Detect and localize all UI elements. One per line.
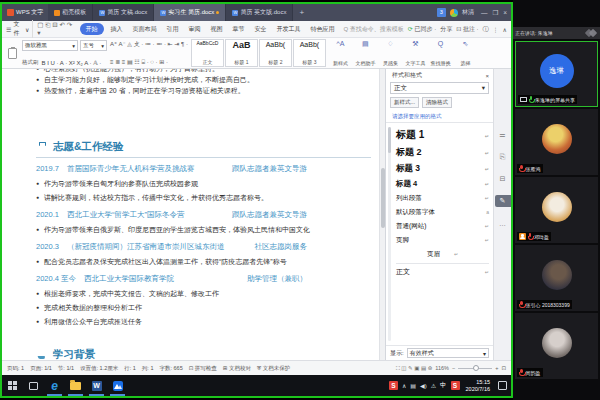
- style-item-heading2[interactable]: 标题 2↵: [396, 144, 489, 161]
- document-scrollbar[interactable]: [379, 69, 385, 360]
- zoom-in-button[interactable]: +: [495, 365, 498, 371]
- input-method-indicator[interactable]: 中: [440, 381, 447, 390]
- style-item-body[interactable]: 正文↵: [396, 263, 489, 277]
- start-button[interactable]: [2, 375, 23, 396]
- zoom-out-button[interactable]: −: [452, 365, 455, 371]
- style-item-list-paragraph[interactable]: 列出段落↵: [396, 191, 489, 205]
- participant-tile-sharing[interactable]: 逸琳 朱逸琳的屏幕共享: [515, 41, 598, 107]
- fullscreen-icon[interactable]: ⊡: [501, 365, 506, 371]
- explorer-taskbar-button[interactable]: [65, 375, 86, 396]
- help-icon[interactable]: ⓘ: [483, 25, 489, 34]
- doc-tab-resume-draft[interactable]: W 简历 文稿.docx: [93, 4, 154, 21]
- document-page[interactable]: ●心理素质好（抗压能力强），有行动力；为了目标坚持。 ●自主学习能力良好，能够制…: [2, 69, 379, 360]
- view-mode-buttons[interactable]: ⛶ ◫ ✎ ▣ ▤ ⊜: [396, 365, 432, 372]
- style-item-heading4[interactable]: 标题 4↵: [396, 177, 489, 191]
- styles-scrollbar[interactable]: [388, 127, 391, 341]
- ribbon-tab-section[interactable]: 章节: [230, 24, 248, 35]
- ribbon-tab-page-layout[interactable]: 页面布局: [130, 24, 160, 35]
- font-size-select[interactable]: 五号▾: [80, 40, 107, 51]
- doc-tab-resume-english[interactable]: W 简历 英文版.docx: [226, 4, 293, 21]
- restore-button[interactable]: ❐: [492, 9, 498, 17]
- spell-check-button[interactable]: ⊡ 拼写检查: [189, 365, 217, 372]
- font-scale-buttons[interactable]: A⁺ A⁻ ◬ 攴 · ≔ · ≕ · ⇤ ⇥ ¶ ·: [110, 40, 188, 49]
- style-item-default-font[interactable]: 默认段落字体a: [396, 205, 489, 219]
- volume-icon[interactable]: ◀): [420, 382, 427, 389]
- font-name-select[interactable]: 微软雅黑▾: [22, 40, 78, 51]
- user-avatar[interactable]: [450, 9, 458, 17]
- current-style-box[interactable]: 正文▾: [390, 82, 489, 94]
- layout-icon[interactable]: ⊟: [497, 173, 509, 185]
- style-item-heading3[interactable]: 标题 3↵: [396, 161, 489, 177]
- participant-tile[interactable]: 周韵盈: [515, 313, 598, 379]
- quick-access-toolbar[interactable]: ▢ ⎗ ⊟ ↶ ↷ ▾: [37, 21, 75, 37]
- inspiration-button[interactable]: ♢灵感集: [379, 39, 402, 67]
- zoom-slider[interactable]: [458, 368, 492, 369]
- ribbon-tab-security[interactable]: 安全: [252, 24, 270, 35]
- show-styles-select[interactable]: 有效样式▾: [407, 348, 489, 358]
- zoom-level[interactable]: 116%: [435, 365, 449, 371]
- command-search-input[interactable]: Q 查找命令、搜索模板: [344, 25, 404, 34]
- new-tab-button[interactable]: +: [293, 4, 310, 21]
- style-item-heading1[interactable]: 标题 1↵: [396, 126, 489, 144]
- ribbon-tab-review[interactable]: 审阅: [186, 24, 204, 35]
- task-view-button[interactable]: [23, 375, 44, 396]
- export-icon[interactable]: ⎘: [497, 151, 509, 163]
- doc-tab-templates[interactable]: 稻壳模板: [48, 4, 93, 21]
- style-heading2[interactable]: AaBb( 标题 2: [259, 39, 292, 67]
- participant-tile[interactable]: 张雁鸿: [515, 109, 598, 175]
- style-item-header[interactable]: 页眉↵: [396, 247, 489, 261]
- doc-assistant-button[interactable]: ▤文档助手: [354, 39, 377, 67]
- ribbon-tab-references[interactable]: 引用: [164, 24, 182, 35]
- taskbar-clock[interactable]: 15:15 2020/7/16: [464, 379, 492, 392]
- word-taskbar-button[interactable]: W: [86, 375, 107, 396]
- tray-folder-icon[interactable]: ▤: [410, 382, 416, 389]
- edge-taskbar-button[interactable]: e: [44, 375, 65, 396]
- scrollbar-thumb[interactable]: [381, 168, 385, 228]
- styles-toggle-icon[interactable]: ✎: [495, 195, 511, 207]
- meeting-taskbar-button[interactable]: [107, 375, 128, 396]
- style-heading1[interactable]: AaB 标题 1: [225, 39, 258, 67]
- style-heading3[interactable]: AaBb( 标题 3: [293, 39, 326, 67]
- clear-format-button[interactable]: 清除格式: [422, 97, 452, 108]
- tray-s-app-icon[interactable]: S: [451, 381, 460, 390]
- new-style-panel-button[interactable]: 新样式...: [390, 97, 419, 108]
- ribbon-tab-special-apps[interactable]: 特色应用: [308, 24, 338, 35]
- char-format-buttons[interactable]: B I U · A · X² X₂ A · 𝔸 ·: [42, 59, 102, 66]
- share-button[interactable]: 分享: [440, 25, 452, 34]
- panel-close-icon[interactable]: ×: [485, 73, 489, 79]
- find-replace-button[interactable]: Q查找替换: [429, 39, 452, 67]
- zoom-slider-knob[interactable]: [473, 365, 479, 371]
- file-menu-button[interactable]: ☰ 文件 ∨: [6, 20, 33, 38]
- text-tools-button[interactable]: ⚒文字工具: [404, 39, 427, 67]
- ribbon-tab-insert[interactable]: 插入: [108, 24, 126, 35]
- message-badge[interactable]: 3: [437, 8, 446, 17]
- ribbon-tab-view[interactable]: 视图: [208, 24, 226, 35]
- ribbon-tab-developer[interactable]: 开发工具: [274, 24, 304, 35]
- status-word-count[interactable]: 字数: 665: [159, 365, 182, 372]
- style-item-footer[interactable]: 页脚↵: [396, 233, 489, 247]
- paragraph-align-buttons[interactable]: ≡ ≣ ≡ ▤ ☷ ⌸ · ◌ · ⊞ ·: [110, 58, 188, 66]
- action-center-icon[interactable]: [498, 381, 507, 390]
- more-menu-icon[interactable]: ⋮: [493, 26, 499, 33]
- sync-status[interactable]: ⟳ 已同步 ·: [408, 25, 436, 34]
- more-icon[interactable]: …: [497, 217, 509, 229]
- close-button[interactable]: ×: [503, 9, 507, 17]
- participant-tile[interactable]: 邓琦盈: [515, 177, 598, 243]
- ribbon-tab-home[interactable]: 开始: [80, 23, 104, 35]
- network-icon[interactable]: ⚠: [431, 382, 436, 389]
- doc-tab-intern-resume-active[interactable]: W 实习生 简历.docx: [154, 4, 226, 21]
- new-style-button[interactable]: ᴬA新样式: [329, 39, 352, 67]
- tray-expand-icon[interactable]: ∧: [402, 382, 406, 389]
- collapse-ribbon-icon[interactable]: ∧: [503, 26, 507, 33]
- participant-tile[interactable]: 张引心 2018303399: [515, 245, 598, 311]
- protect-button[interactable]: ⛨ 文档未保护: [257, 365, 290, 372]
- style-normal[interactable]: AaBbCcD 正文: [191, 39, 224, 67]
- format-painter-button[interactable]: 格式刷: [22, 59, 39, 66]
- select-button[interactable]: ⇖选择: [454, 39, 477, 67]
- proofread-button[interactable]: ⊞ 文档校对: [223, 365, 251, 372]
- tray-s-app-icon[interactable]: S: [389, 381, 398, 390]
- style-item-normal-web[interactable]: 普通(网站)↵: [396, 219, 489, 233]
- minimize-button[interactable]: —: [481, 9, 488, 17]
- paste-button[interactable]: [5, 39, 19, 67]
- comment-button[interactable]: ⊡ 批注 ·: [456, 25, 478, 34]
